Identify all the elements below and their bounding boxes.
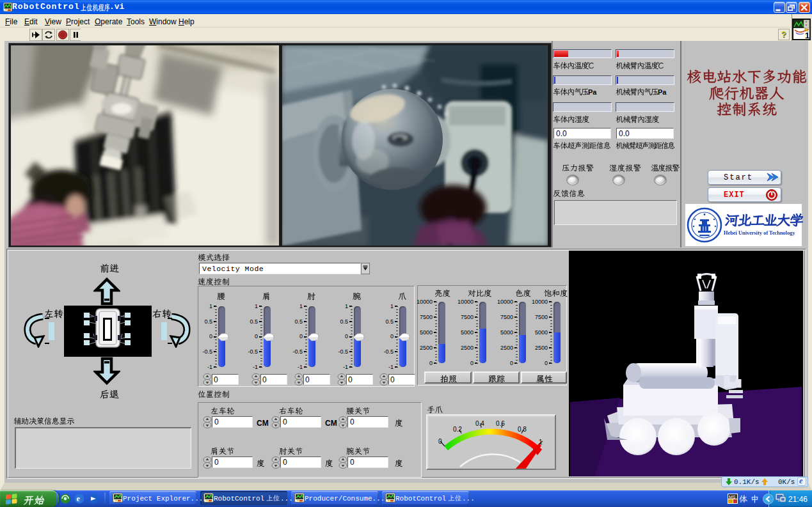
svg-text:MS: MS [729,495,736,499]
svg-text:e: e [77,494,81,503]
